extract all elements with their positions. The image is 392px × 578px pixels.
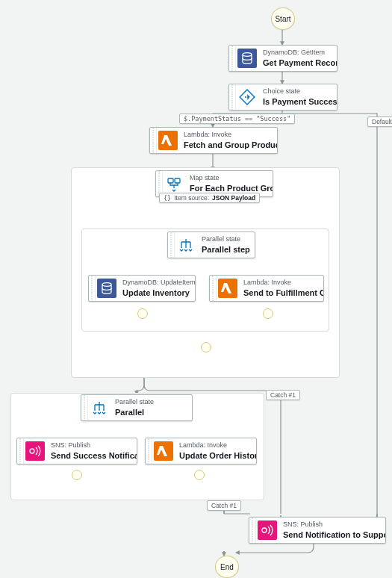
node-send-fulfillment[interactable]: Lambda: Invoke Send to Fulfillment Cente… [209, 275, 324, 302]
parallel-icon [88, 395, 111, 420]
node-update-inventory[interactable]: DynamoDB: UpdateItem Update Inventory [88, 275, 196, 302]
node-title: Fetch and Group Products [184, 140, 278, 150]
node-title: Is Payment Success? [263, 96, 337, 107]
node-title: For Each Product Group [190, 183, 273, 193]
svg-rect-24 [175, 178, 180, 183]
node-fetch-group-products[interactable]: Lambda: Invoke Fetch and Group Products [149, 127, 278, 154]
branch-end [263, 308, 273, 319]
node-subtitle: Parallel state [202, 235, 250, 244]
node-title: Send Notification to Support Team [283, 529, 386, 540]
svg-rect-19 [237, 49, 257, 68]
map-item-source[interactable]: {} Item source: JSON Payload [159, 193, 260, 203]
rule-payment-success[interactable]: $.PaymentStatus == "Success" [179, 114, 295, 124]
svg-rect-28 [25, 441, 45, 461]
svg-rect-31 [258, 520, 277, 540]
node-subtitle: Lambda: Invoke [243, 279, 324, 288]
drag-grip[interactable] [210, 276, 217, 301]
svg-rect-23 [168, 178, 173, 183]
node-title: Send Success Notification [51, 450, 137, 461]
node-subtitle: DynamoDB: UpdateItem [122, 279, 196, 288]
node-subtitle: Parallel state [115, 398, 154, 407]
node-subtitle: Lambda: Invoke [179, 441, 257, 450]
node-is-payment-success[interactable]: Choice state Is Payment Success? [228, 84, 337, 111]
branch-end [194, 470, 205, 480]
group-end [201, 342, 211, 352]
node-subtitle: SNS: Publish [283, 520, 386, 529]
drag-grip[interactable] [150, 128, 157, 153]
end-label: End [220, 563, 234, 571]
node-get-payment-record[interactable]: DynamoDB: GetItem Get Payment Record [228, 45, 337, 72]
drag-grip[interactable] [146, 438, 152, 464]
node-send-success[interactable]: SNS: Publish Send Success Notification [16, 438, 137, 464]
node-title: Parallel [115, 407, 154, 417]
node-parallel-step[interactable]: Parallel state Parallel step [167, 231, 255, 258]
node-subtitle: SNS: Publish [51, 441, 137, 450]
lambda-icon [152, 438, 175, 464]
drag-grip[interactable] [168, 232, 175, 258]
node-title: Update Inventory [122, 288, 196, 298]
sns-icon [24, 438, 46, 464]
start-label: Start [275, 15, 290, 23]
node-title: Get Payment Record [263, 58, 337, 68]
label-catch-1a[interactable]: Catch #1 [266, 390, 300, 400]
start-terminal[interactable]: Start [271, 7, 295, 30]
sns-icon [256, 518, 279, 543]
node-send-support[interactable]: SNS: Publish Send Notification to Suppor… [249, 517, 386, 544]
drag-grip[interactable] [17, 438, 24, 464]
node-subtitle: Lambda: Invoke [184, 131, 278, 140]
branch-end [72, 470, 82, 480]
svg-rect-25 [97, 279, 116, 298]
node-subtitle: DynamoDB: GetItem [263, 49, 337, 58]
parallel-icon [175, 232, 197, 258]
node-parallel2[interactable]: Parallel state Parallel [81, 394, 193, 421]
node-title: Update Order History [179, 450, 257, 461]
lambda-icon [157, 128, 179, 153]
dynamodb-icon [236, 46, 258, 71]
lambda-icon [217, 276, 239, 301]
drag-grip[interactable] [81, 395, 88, 420]
choice-icon [236, 84, 258, 110]
dynamodb-icon [96, 276, 118, 301]
node-subtitle: Choice state [263, 87, 337, 96]
drag-grip[interactable] [229, 84, 236, 110]
end-terminal[interactable]: End [215, 556, 239, 578]
node-title: Send to Fulfillment Center [243, 288, 324, 298]
drag-grip[interactable] [249, 518, 256, 543]
node-update-order-history[interactable]: Lambda: Invoke Update Order History [145, 438, 257, 464]
label-catch-1b[interactable]: Catch #1 [207, 500, 241, 511]
rule-default[interactable]: Default [367, 116, 392, 127]
branch-end [137, 308, 148, 319]
node-title: Parallel step [202, 244, 250, 255]
braces-icon: {} [164, 194, 171, 202]
drag-grip[interactable] [89, 276, 96, 301]
drag-grip[interactable] [229, 46, 236, 71]
node-subtitle: Map state [190, 174, 273, 183]
